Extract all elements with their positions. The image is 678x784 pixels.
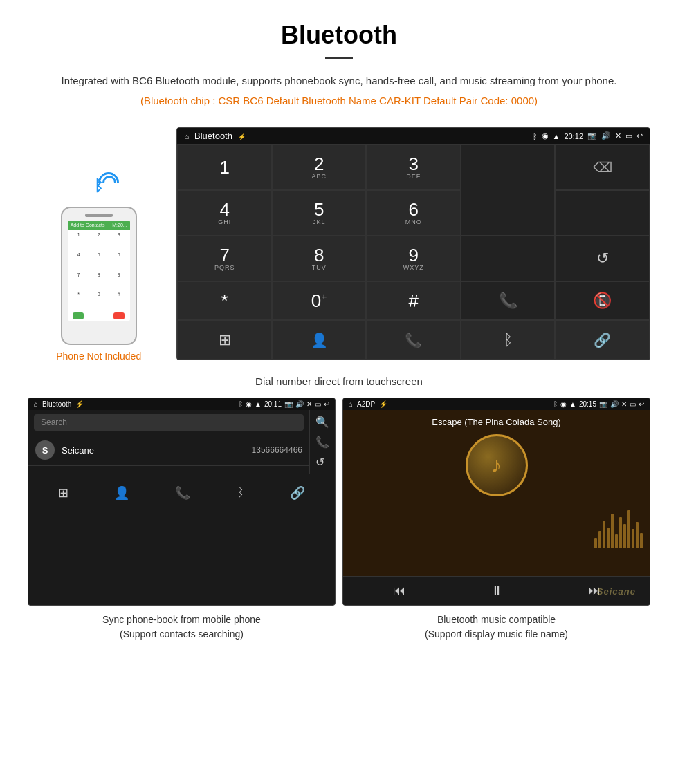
screen-title: Bluetooth [194,131,232,141]
music-vol: 🔊 [610,400,619,408]
music-caption: Bluetooth music compatible (Support disp… [342,606,650,645]
bluetooth-icon [504,331,513,349]
eq-bar-2 [598,531,601,548]
pb-refresh-icon[interactable]: ↺ [315,456,329,469]
pb-grid-icon[interactable]: ⊞ [58,485,68,501]
dial-key-star[interactable]: * [177,281,272,320]
phone-dialpad: 1 2 3 4 5 6 7 8 9 * 0 # [68,230,130,311]
phone-call-btn [73,312,84,319]
music-note-icon: ♪ [491,454,502,477]
pb-search-icon[interactable]: 🔍 [315,416,329,429]
phonebook-section: ⌂ Bluetooth ⚡ ᛒ ◉ ▲ 20:11 📷 🔊 ✕ ▭ ↩ [28,398,336,645]
pb-phone-icon[interactable]: 📞 [175,485,190,501]
music-window[interactable]: ▭ [630,400,636,408]
page-title: Bluetooth [42,21,636,50]
pb-link-icon[interactable]: 🔗 [290,485,305,501]
dial-key-5[interactable]: 5 JKL [272,190,367,236]
eq-bar-8 [623,524,626,548]
eq-bar-7 [619,517,622,548]
music-close[interactable]: ✕ [621,400,627,408]
pb-bt-bottom-icon[interactable]: ᛒ [237,485,244,501]
dial-key-0[interactable]: 0+ [272,281,367,320]
pb-person-icon[interactable]: 👤 [114,485,129,501]
android-dialpad-screen: Bluetooth ᛒ ◉ ▲ 20:12 📷 🔊 ✕ ▭ ↩ 1 [176,127,650,360]
close-icon[interactable]: ✕ [615,131,621,140]
phone-aside: ᛒ Add to Contacts M:20... 1 2 3 4 5 6 7 [28,169,170,362]
dial-key-8[interactable]: 8 TUV [272,236,367,281]
tech-specs: (Bluetooth chip : CSR BC6 Default Blueto… [42,95,636,106]
contact-row[interactable]: S Seicane 13566664466 [28,435,309,466]
description: Integrated with BC6 Bluetooth module, su… [42,73,636,89]
phone-icon [405,332,422,348]
music-back[interactable]: ↩ [639,400,644,408]
pb-close[interactable]: ✕ [306,400,312,408]
dial-key-6[interactable]: 6 MNO [366,190,461,236]
home-icon[interactable] [184,132,189,140]
music-signal: ▲ [569,400,576,408]
pb-search-box[interactable]: Search [34,414,304,431]
dial-key-3[interactable]: 3 DEF [366,144,461,190]
pb-search-placeholder: Search [41,418,67,427]
music-status-bar: ⌂ A2DP ⚡ ᛒ ◉ ▲ 20:15 📷 🔊 ✕ ▭ ↩ [343,398,650,410]
dial-key-1[interactable]: 1 [177,144,272,190]
pb-call-right-icon[interactable]: 📞 [315,436,329,449]
refresh-icon[interactable] [596,250,609,268]
pb-right-icons: 🔍 📞 ↺ [309,410,335,474]
next-track-icon[interactable]: ⏭ [588,584,601,598]
call-button-cell[interactable] [461,281,556,320]
music-loc-icon: ◉ [560,400,567,408]
dial-key-4[interactable]: 4 GHI [177,190,272,236]
window-icon[interactable]: ▭ [625,131,632,140]
contacts-icon [311,332,328,348]
end-call-button[interactable] [593,292,612,310]
equalizer-bars [594,507,643,548]
bt-status-icon: ᛒ [533,132,538,140]
eq-bar-9 [627,510,630,548]
music-bt-icon: ᛒ [553,400,558,408]
phone-mockup: Add to Contacts M:20... 1 2 3 4 5 6 7 8 … [61,207,137,345]
dial-key-hash[interactable]: # [366,281,461,320]
status-bar-left: Bluetooth [184,131,246,141]
grid-icon-btn[interactable] [177,321,272,360]
refresh-cell[interactable] [555,236,650,281]
link-icon-btn[interactable] [555,321,650,360]
backspace-cell[interactable]: ⌫ [555,144,650,190]
eq-bar-10 [632,529,634,548]
main-caption: Dial number direct from touchscreen [0,368,678,398]
dialpad-body: 1 2 ABC 3 DEF ⌫ 4 GHI 5 [177,144,650,320]
back-icon[interactable]: ↩ [636,131,643,140]
play-pause-icon[interactable]: ⏸ [491,584,503,598]
bluetooth-signal-icon: ᛒ [78,169,120,203]
pb-home-icon[interactable]: ⌂ [34,400,38,408]
phone-icon-btn[interactable] [366,321,461,360]
phonebook-screen: ⌂ Bluetooth ⚡ ᛒ ◉ ▲ 20:11 📷 🔊 ✕ ▭ ↩ [28,398,336,606]
dial-key-9[interactable]: 9 WXYZ [366,236,461,281]
music-time: 20:15 [579,400,596,408]
pb-bottom-bar: ⊞ 👤 📞 ᛒ 🔗 [28,478,335,507]
signal-icon: ▲ [553,132,560,140]
contact-number: 13566664466 [252,445,302,455]
status-time: 20:12 [564,132,583,140]
eq-bar-11 [636,522,639,548]
prev-track-icon[interactable]: ⏮ [393,584,405,598]
pb-body: Search S Seicane 13566664466 🔍 📞 ↺ [28,410,335,474]
dial-key-7[interactable]: 7 PQRS [177,236,272,281]
pb-usb-icon: ⚡ [75,400,84,408]
eq-bar-12 [640,533,643,548]
music-screen: ⌂ A2DP ⚡ ᛒ ◉ ▲ 20:15 📷 🔊 ✕ ▭ ↩ E [342,398,650,606]
empty-cell-r3c4 [461,236,556,281]
dial-key-2[interactable]: 2 ABC [272,144,367,190]
music-home-icon[interactable]: ⌂ [349,400,353,408]
eq-bar-3 [603,521,605,548]
pb-window[interactable]: ▭ [315,400,321,408]
contacts-icon-btn[interactable] [272,321,367,360]
call-button[interactable] [499,292,517,310]
contact-name: Seicane [62,445,252,456]
pb-bt-icon: ᛒ [239,400,243,408]
location-icon: ◉ [542,131,549,140]
bluetooth-icon-btn[interactable] [461,321,556,360]
music-usb-icon: ⚡ [379,400,387,408]
pb-back[interactable]: ↩ [324,400,329,408]
backspace-icon[interactable]: ⌫ [593,159,612,176]
end-call-button-cell[interactable] [555,281,650,320]
